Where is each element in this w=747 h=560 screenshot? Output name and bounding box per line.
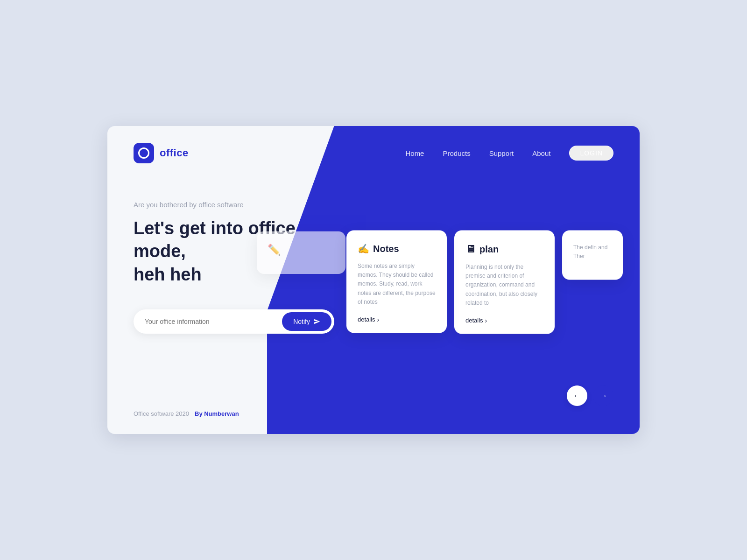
card-hidden-title: ✏️ [268,244,335,256]
card-notes-title: ✍️ Notes [358,243,436,254]
logo-text: office [160,147,189,159]
hero-title-line2: heh heh [134,265,202,284]
card-notes: ✍️ Notes Some notes are simply memos. Th… [346,230,447,333]
prev-button[interactable]: ← [567,385,587,406]
card-plan-title: 🖥 plan [465,243,543,255]
card-hidden-icon: ✏️ [268,244,281,256]
hero-subtitle: Are you bothered by office software [134,201,352,209]
card-notes-details[interactable]: details › [358,316,436,323]
nav-support[interactable]: Support [489,149,514,157]
nav-products[interactable]: Products [443,149,470,157]
card-notes-body: Some notes are simply memos. They should… [358,262,436,307]
card-plan: 🖥 plan Planning is not only the premise … [454,230,555,334]
nav-home[interactable]: Home [405,149,424,157]
notes-details-arrow: › [377,316,380,323]
footer: Office software 2020 By Numberwan [134,410,239,417]
card-plan-details[interactable]: details › [465,317,543,324]
plan-details-arrow: › [485,317,487,324]
main-container: office Home Products Support About LOGIN… [107,126,640,434]
plan-details-label: details [465,317,483,324]
nav-arrows: ← → [567,385,613,406]
next-button[interactable]: → [593,385,613,406]
card-plan-body: Planning is not only the premise and cri… [465,263,543,308]
footer-brand: By Numberwan [195,410,239,417]
logo-area: office [134,143,189,163]
logo-icon-inner [138,147,149,159]
logo-icon [134,143,154,163]
header: office Home Products Support About LOGIN [107,126,640,163]
navigation: Home Products Support About LOGIN [405,146,613,161]
cards-section: ✏️ ✍️ Notes Some notes are simply memos.… [246,230,623,334]
notes-icon: ✍️ [358,243,369,254]
plan-icon: 🖥 [465,243,476,255]
login-button[interactable]: LOGIN [569,146,613,161]
notes-details-label: details [358,316,375,323]
notes-title-text: Notes [373,244,399,254]
plan-title-text: plan [479,244,499,255]
nav-about[interactable]: About [532,149,550,157]
card-partial: The defin and Ther [562,230,623,280]
card-hidden: ✏️ [257,231,345,274]
card-partial-body: The defin and Ther [573,243,612,261]
footer-copy: Office software 2020 [134,410,189,417]
